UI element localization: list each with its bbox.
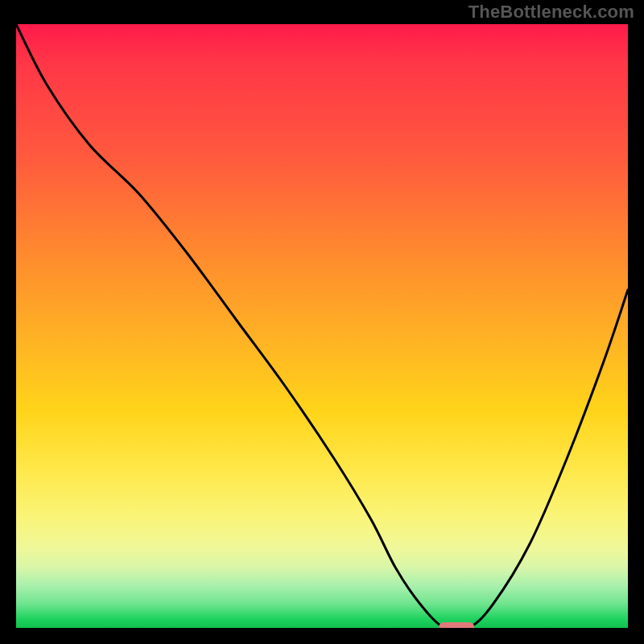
plot-area	[16, 24, 628, 628]
bottleneck-curve	[16, 24, 628, 628]
optimal-marker	[439, 622, 474, 628]
chart-frame: TheBottleneck.com	[0, 0, 644, 644]
watermark-text: TheBottleneck.com	[469, 2, 634, 23]
curve-layer	[16, 24, 628, 628]
